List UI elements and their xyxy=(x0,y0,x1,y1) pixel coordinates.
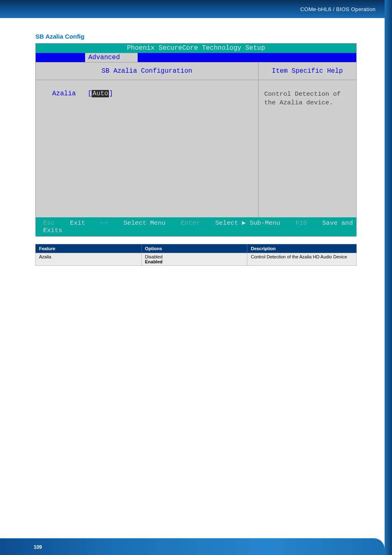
table-option-disabled: Disabled xyxy=(145,254,163,259)
table-header-feature: Feature xyxy=(36,244,142,253)
bios-help-text: Control Detection of the Azalia device. xyxy=(258,80,356,217)
bios-setting-azalia[interactable]: Azalia [Auto] xyxy=(52,90,251,97)
bios-setting-bracket-open: [ xyxy=(88,90,92,97)
bios-footer-f10-key: F10 xyxy=(295,219,307,227)
bios-footer-select-menu: Select Menu xyxy=(123,219,165,227)
bios-setting-bracket-close: ] xyxy=(109,90,113,97)
table-header-row: Feature Options Description xyxy=(36,244,357,253)
bios-title: Phoenix SecureCore Technology Setup xyxy=(36,44,356,53)
table-header-description: Description xyxy=(247,244,357,253)
bios-footer-select-sub: Select ▶ Sub-Menu xyxy=(215,219,280,227)
table-cell-feature: Azalia xyxy=(36,253,142,266)
bios-footer-enter-key: Enter xyxy=(181,219,200,227)
bios-tab-advanced[interactable]: Advanced xyxy=(85,53,138,62)
bios-footer-exit: Exit xyxy=(70,219,85,227)
bios-left-panel: SB Azalia Configuration Azalia [Auto] xyxy=(36,62,258,217)
bios-tab-bar: Advanced xyxy=(36,53,356,62)
bios-left-title-text: SB Azalia Configuration xyxy=(101,67,192,75)
table-cell-options: Disabled Enabled xyxy=(141,253,247,266)
bios-settings-area: Azalia [Auto] xyxy=(36,80,258,217)
bios-screenshot: Phoenix SecureCore Technology Setup Adva… xyxy=(35,43,357,237)
bios-right-panel: Item Specific Help Control Detection of … xyxy=(258,62,356,217)
arrows-icon: ←→ xyxy=(101,219,108,227)
bios-help-line1: Control Detection of xyxy=(264,90,341,98)
header-text: COMe-bHL6 / BIOS Operation xyxy=(300,6,376,12)
table-cell-description: Control Detection of the Azalia HD Audio… xyxy=(247,253,357,266)
bios-help-line2: the Azalia device. xyxy=(264,99,333,106)
bios-right-title: Item Specific Help xyxy=(258,62,356,80)
table-row: Azalia Disabled Enabled Control Detectio… xyxy=(36,253,357,266)
page-container: COMe-bHL6 / BIOS Operation SB Azalia Con… xyxy=(0,0,392,555)
bios-body: SB Azalia Configuration Azalia [Auto] It… xyxy=(36,62,356,217)
bios-setting-label: Azalia xyxy=(52,90,76,97)
bios-footer-esc-key: Esc xyxy=(43,219,55,227)
page-number: 109 xyxy=(34,544,42,550)
content-area: SB Azalia Config Phoenix SecureCore Tech… xyxy=(35,33,357,266)
bios-footer: Esc Exit ←→ Select Menu Enter Select ▶ S… xyxy=(36,217,356,236)
feature-table: Feature Options Description Azalia Disab… xyxy=(35,244,357,266)
bios-setting-value[interactable]: Auto xyxy=(92,90,109,97)
table-option-enabled: Enabled xyxy=(145,259,163,264)
bios-tab-advanced-label: Advanced xyxy=(88,54,120,61)
table-header-options: Options xyxy=(141,244,247,253)
header-inner: COMe-bHL6 / BIOS Operation xyxy=(0,0,385,18)
section-title: SB Azalia Config xyxy=(35,33,357,40)
bios-right-title-text: Item Specific Help xyxy=(272,67,343,75)
right-gradient-strip xyxy=(385,0,392,555)
bios-left-title: SB Azalia Configuration xyxy=(36,62,258,80)
footer-band xyxy=(0,538,385,555)
bios-tab-spacer xyxy=(36,53,85,62)
